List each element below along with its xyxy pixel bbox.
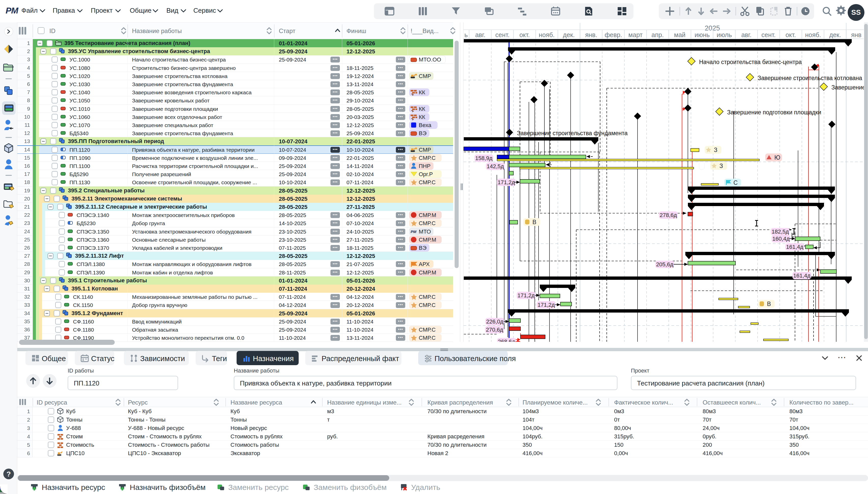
svg-text:РМ: РМ (411, 229, 416, 234)
svg-text:161,4д: 161,4д (793, 272, 811, 279)
svg-text:сент.: сент. (495, 31, 509, 38)
svg-text:226,0д: 226,0д (486, 318, 504, 325)
svg-text:В: В (767, 301, 771, 307)
svg-text:авг.: авг. (741, 31, 752, 38)
svg-text:171,2д: 171,2д (538, 302, 555, 308)
svg-text:З: З (714, 147, 718, 153)
svg-text:PM: PM (5, 5, 19, 15)
svg-text:нояб.: нояб. (539, 31, 555, 38)
svg-text:278,6д: 278,6д (659, 212, 677, 218)
svg-text:С: С (734, 179, 738, 186)
svg-text:?: ? (6, 470, 11, 478)
svg-text:янв.: янв. (585, 31, 597, 38)
svg-text:160,4д: 160,4д (772, 235, 790, 242)
svg-text:март: март (628, 31, 643, 38)
svg-text:158,9д: 158,9д (475, 155, 492, 162)
svg-text:Завершение строительства фунда: Завершение строительства фундамента (517, 130, 628, 136)
svg-text:янв: янв (851, 31, 862, 38)
svg-text:171,2д: 171,2д (498, 179, 515, 186)
svg-text:ь: ь (464, 31, 468, 38)
svg-text:окт.: окт. (785, 31, 796, 38)
svg-text:авг.: авг. (475, 31, 485, 38)
svg-text:февр.: февр. (605, 31, 622, 38)
svg-text:2025: 2025 (705, 24, 720, 32)
svg-text:Начало строительства бизнес-це: Начало строительства бизнес-центра (699, 59, 802, 65)
svg-text:нояб.: нояб. (805, 31, 821, 38)
svg-text:Завершение подготовки площадки: Завершение подготовки площадки (727, 109, 821, 116)
svg-text:171,2д: 171,2д (518, 292, 535, 299)
svg-text:Завершение строительства котло: Завершение строительства котлована (758, 75, 862, 81)
svg-text:В: В (532, 219, 536, 225)
svg-text:З: З (720, 163, 723, 169)
svg-text:Ю: Ю (774, 154, 780, 161)
svg-text:апр.: апр. (651, 31, 664, 38)
svg-text:Завершение: Завершение (831, 84, 866, 91)
svg-text:182,5д: 182,5д (772, 228, 789, 235)
svg-text:май: май (674, 31, 685, 38)
svg-text:июнь: июнь (694, 31, 710, 38)
svg-text:сент.: сент. (761, 31, 776, 38)
svg-text:июль: июль (717, 31, 732, 38)
svg-text:142,5д: 142,5д (487, 163, 504, 170)
svg-text:270,6д: 270,6д (486, 326, 503, 333)
svg-text:окт.: окт. (520, 31, 530, 38)
svg-text:205,6д: 205,6д (656, 261, 673, 268)
svg-text:дек.: дек. (829, 31, 841, 38)
svg-text:161,4д: 161,4д (786, 244, 803, 250)
svg-text:дек.: дек. (563, 31, 575, 38)
